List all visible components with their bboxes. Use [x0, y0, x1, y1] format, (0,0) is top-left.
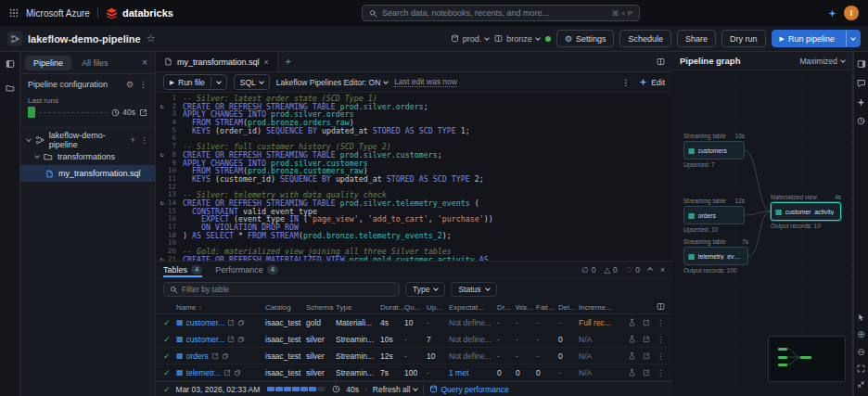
open-icon[interactable]: [227, 336, 235, 343]
graph-minimap[interactable]: [768, 336, 846, 382]
kebab-icon[interactable]: ⋮: [657, 318, 665, 327]
kebab-icon[interactable]: ⋮: [139, 80, 147, 89]
open-icon[interactable]: [643, 369, 650, 377]
graph-canvas[interactable]: Streaming table10s▦customersUpserted: 7S…: [672, 70, 852, 396]
last-edit-status[interactable]: Last edit was now: [394, 77, 457, 87]
copy-icon[interactable]: [237, 319, 245, 326]
table-row[interactable]: ✓▦telemetr...isaac_testsilverStreamin...…: [156, 364, 672, 381]
toggle-right-panel-icon[interactable]: [857, 59, 866, 69]
status-filter-select[interactable]: Status: [451, 282, 496, 297]
column-header[interactable]: Qu...: [404, 303, 427, 312]
kebab-icon[interactable]: ⋮: [657, 335, 665, 344]
tree-node-root[interactable]: lakeflow-demo-pipeline + ⋮: [20, 132, 155, 148]
quality-flask-icon[interactable]: [628, 335, 636, 343]
assistant-icon[interactable]: [828, 9, 836, 18]
tab-performance[interactable]: Performance 4: [215, 262, 278, 277]
run-pipeline-button[interactable]: ▶Run pipeline: [772, 30, 861, 47]
tab-pipeline[interactable]: Pipeline: [25, 56, 71, 70]
share-button[interactable]: Share: [677, 30, 716, 47]
code-area[interactable]: 1-- Silver: latest order state (SCD Type…: [156, 93, 672, 261]
settings-button[interactable]: ⚙Settings: [556, 30, 615, 47]
comments-icon[interactable]: [857, 79, 866, 88]
table-row[interactable]: ✓▦customer...isaac_testgoldMateriali...4…: [156, 314, 672, 331]
editor-tab[interactable]: my_transformation.sql ×: [156, 52, 278, 71]
collapse-graph-icon[interactable]: [857, 380, 865, 389]
refresh-all-button[interactable]: Refresh all: [373, 385, 418, 394]
copy-icon[interactable]: [222, 352, 229, 360]
default-schema-select[interactable]: bronze: [494, 34, 540, 44]
open-icon[interactable]: [227, 319, 235, 326]
copy-icon[interactable]: [234, 369, 241, 377]
column-header[interactable]: Dr...: [497, 303, 516, 312]
pipelines-editor-toggle[interactable]: Lakeflow Pipelines Editor: ON: [276, 78, 388, 87]
type-filter-select[interactable]: Type: [405, 282, 445, 297]
kebab-icon[interactable]: ⋮: [140, 135, 148, 145]
tree-node-file[interactable]: my_transformation.sql: [20, 165, 155, 182]
run-duration-chip[interactable]: 40s: [111, 108, 135, 117]
databricks-logo[interactable]: [106, 7, 118, 19]
graph-view-mode-select[interactable]: Maximized: [799, 57, 845, 66]
column-header[interactable]: Up...: [427, 303, 449, 312]
cell-name[interactable]: ▦customer...: [176, 335, 265, 344]
open-icon[interactable]: [211, 352, 219, 360]
kebab-icon[interactable]: ⋮: [657, 351, 665, 361]
query-performance-link[interactable]: Query performance: [429, 385, 508, 394]
copy-icon[interactable]: [237, 336, 245, 343]
close-tab-icon[interactable]: ×: [264, 57, 269, 67]
pipeline-configuration-row[interactable]: Pipeline configuration ⚙ ⋮: [20, 74, 155, 95]
graph-node-customer_activity[interactable]: Materialized view4s▦customer_activityOut…: [771, 202, 841, 221]
graph-node-telemetry_events[interactable]: Streaming table7s▦telemetry_eventsOutput…: [683, 247, 748, 265]
new-tab-icon[interactable]: +: [278, 52, 299, 71]
column-header[interactable]: Durat...: [380, 303, 404, 312]
cell-name[interactable]: ▦customer...: [176, 318, 265, 327]
tab-all-files[interactable]: All files: [73, 56, 117, 70]
column-header[interactable]: Wa...: [516, 303, 536, 312]
quality-flask-icon[interactable]: [628, 368, 636, 377]
open-icon[interactable]: [223, 369, 231, 377]
column-header[interactable]: Name↕: [176, 303, 265, 312]
kebab-icon[interactable]: ⋮: [621, 78, 630, 87]
split-view-icon[interactable]: [657, 57, 665, 66]
gear-icon[interactable]: ⚙: [126, 80, 134, 89]
table-name-link[interactable]: customer...: [186, 318, 225, 327]
table-name-link[interactable]: orders: [186, 351, 209, 361]
databricks-wordmark[interactable]: databricks: [122, 7, 173, 19]
language-select[interactable]: SQL: [234, 74, 270, 90]
open-runs-icon[interactable]: [139, 109, 147, 117]
code-line[interactable]: 5 KEYS (order_id) SEQUENCE BY updated_at…: [156, 127, 672, 135]
run-bar[interactable]: [28, 107, 35, 118]
history-icon[interactable]: [857, 117, 865, 125]
avatar[interactable]: I: [844, 6, 859, 20]
zoom-out-icon[interactable]: ⊖: [857, 347, 864, 357]
graph-node-customers[interactable]: Streaming table10s▦customersUpserted: 7: [683, 141, 745, 160]
close-panel-icon[interactable]: ×: [142, 57, 150, 68]
close-panel-icon[interactable]: ×: [660, 265, 665, 275]
global-search-input[interactable]: Search data, notebooks, recents, and mor…: [362, 5, 640, 21]
graph-node-orders[interactable]: Streaming table12s▦ordersUpserted: 10: [683, 206, 745, 224]
collapse-panel-icon[interactable]: [647, 267, 653, 273]
dry-run-button[interactable]: Dry run: [721, 30, 766, 47]
column-header[interactable]: Increme...: [579, 303, 623, 312]
waffle-menu-icon[interactable]: [9, 8, 19, 18]
cell-name[interactable]: ▦orders: [176, 351, 265, 361]
zoom-in-icon[interactable]: ⊕: [857, 329, 864, 339]
quality-flask-icon[interactable]: [628, 318, 636, 326]
table-name-link[interactable]: telemetr...: [186, 368, 221, 377]
run-file-button[interactable]: ▶ Run file: [163, 74, 227, 90]
assistant-icon[interactable]: [857, 98, 865, 107]
column-header[interactable]: Del...: [558, 303, 579, 312]
edit-button[interactable]: Edit: [639, 78, 665, 87]
column-header[interactable]: Expectat...: [449, 303, 497, 312]
columns-icon[interactable]: [657, 302, 665, 313]
table-name-link[interactable]: customer...: [186, 335, 225, 344]
open-icon[interactable]: [643, 319, 650, 326]
quality-flask-icon[interactable]: [628, 351, 636, 360]
toggle-sidebar-icon[interactable]: [6, 59, 15, 69]
filter-table-input[interactable]: Filter by table: [163, 282, 400, 297]
cell-name[interactable]: ▦telemetr...: [176, 368, 265, 377]
pointer-tool-icon[interactable]: [857, 313, 865, 322]
run-pipeline-caret[interactable]: [846, 31, 860, 46]
favorite-star-icon[interactable]: ☆: [147, 32, 156, 45]
open-icon[interactable]: [643, 336, 650, 343]
table-row[interactable]: ✓▦customer...isaac_testsilverStreamin...…: [156, 331, 672, 348]
